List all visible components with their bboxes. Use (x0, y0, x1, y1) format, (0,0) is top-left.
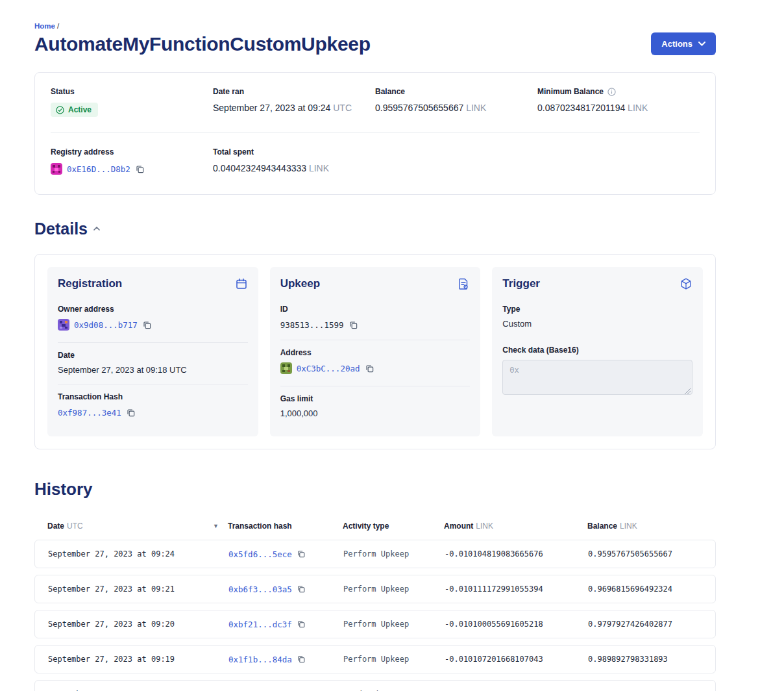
registration-card-title: Registration (58, 277, 122, 290)
registration-tx-link[interactable]: 0xf987...3e41 (58, 408, 121, 418)
check-circle-icon (56, 106, 64, 114)
trigger-type-label: Type (502, 305, 692, 314)
upkeep-address-label: Address (280, 348, 471, 357)
actions-button[interactable]: Actions (651, 32, 716, 55)
column-header-amount: AmountLINK (444, 521, 587, 531)
upkeep-card: Upkeep ID 938513...1599 Address (270, 267, 481, 436)
tx-hash-link[interactable]: 0x1f1b...84da (228, 655, 292, 664)
registration-date-value: September 27, 2023 at 09:18 UTC (58, 365, 248, 375)
upkeep-address-link[interactable]: 0xC3bC...20ad (297, 364, 360, 373)
date-ran-field: Date ran September 27, 2023 at 09:24 UTC (213, 87, 375, 117)
min-balance-field: Minimum Balance 0.0870234817201194 LINK (537, 87, 700, 117)
owner-address-link[interactable]: 0x9d08...b717 (74, 320, 138, 330)
check-data-section: Check data (Base16) (502, 338, 692, 407)
cell-activity-type: Perform Upkeep (343, 620, 445, 629)
balance-value: 0.9595767505655667 LINK (375, 103, 537, 113)
sort-descending-icon[interactable]: ▼ (213, 523, 219, 529)
check-data-label: Check data (Base16) (502, 346, 692, 355)
status-badge-label: Active (68, 105, 92, 114)
copy-tx-hash-icon[interactable] (297, 549, 306, 559)
details-panel: Registration Owner address 0x9d08...b717 (34, 254, 716, 449)
registry-identicon (51, 163, 62, 175)
tx-hash-link[interactable]: 0xbf21...dc3f (228, 620, 292, 629)
owner-identicon (58, 319, 69, 331)
history-heading: History (34, 479, 716, 499)
breadcrumb-home-link[interactable]: Home (34, 22, 55, 30)
cell-balance: 0.9595767505655667 (588, 549, 702, 559)
history-table-header: DateUTC ▼ Transaction hash Activity type… (34, 521, 716, 531)
table-row: September 27, 2023 at 09:19 0x1f1b...84d… (34, 645, 716, 673)
total-spent-value: 0.04042324943443333 LINK (213, 163, 375, 173)
upkeep-address-section: Address 0xC3bC...20ad (280, 340, 471, 386)
copy-upkeep-id-icon[interactable] (349, 320, 358, 330)
cell-amount: -0.010107201668107043 (445, 655, 588, 664)
total-spent-label: Total spent (213, 147, 375, 157)
registration-date-label: Date (58, 351, 248, 360)
summary-card: Status Active Date ran September 27, 202… (34, 72, 716, 195)
upkeep-card-title: Upkeep (280, 277, 320, 290)
status-field: Status Active (51, 87, 213, 117)
cell-balance: 0.9797927426402877 (588, 620, 702, 629)
copy-tx-hash-icon[interactable] (297, 584, 306, 594)
upkeep-detail-page: Home/ AutomateMyFunctionCustomUpkeep Act… (34, 0, 716, 691)
table-row: September 27, 2023 at 09:21 0xb6f3...03a… (34, 575, 716, 603)
gas-limit-section: Gas limit 1,000,000 (280, 386, 471, 427)
trigger-card-title: Trigger (502, 277, 540, 290)
registry-address-link[interactable]: 0xE16D...D8b2 (67, 164, 130, 174)
transaction-hash-section: Transaction Hash 0xf987...3e41 (58, 384, 248, 427)
cell-date: September 27, 2023 at 09:21 (48, 584, 228, 594)
upkeep-address-identicon (280, 362, 292, 374)
upkeep-id-section: ID 938513...1599 (280, 297, 471, 340)
trigger-type-value: Custom (502, 319, 692, 329)
copy-tx-hash-icon[interactable] (297, 655, 306, 664)
trigger-card: Trigger Type Custom Check data (Base16) (492, 267, 703, 436)
status-badge: Active (51, 103, 98, 117)
collapse-caret-icon[interactable] (93, 227, 100, 231)
cell-activity-type: Perform Upkeep (343, 584, 445, 594)
gas-limit-label: Gas limit (280, 394, 471, 403)
transaction-hash-label: Transaction Hash (58, 392, 248, 401)
owner-address-label: Owner address (58, 305, 248, 314)
column-header-activity-type: Activity type (343, 521, 444, 531)
details-heading: Details (34, 220, 88, 238)
registration-card: Registration Owner address 0x9d08...b717 (47, 267, 258, 436)
cell-date: September 27, 2023 at 09:20 (48, 620, 228, 629)
gas-limit-value: 1,000,000 (280, 408, 471, 418)
date-ran-value: September 27, 2023 at 09:24 UTC (213, 103, 375, 113)
info-icon[interactable] (607, 88, 616, 96)
balance-label: Balance (375, 87, 537, 96)
cell-date: September 27, 2023 at 09:24 (48, 549, 228, 559)
copy-upkeep-address-icon[interactable] (365, 364, 374, 373)
tx-hash-link[interactable]: 0x5fd6...5ece (228, 549, 292, 559)
column-header-transaction-hash: Transaction hash (228, 521, 343, 531)
cell-amount: -0.010104819083665676 (445, 549, 588, 559)
min-balance-value: 0.0870234817201194 LINK (537, 103, 700, 113)
tx-hash-link[interactable]: 0xb6f3...03a5 (228, 584, 292, 594)
copy-registry-address-icon[interactable] (135, 164, 145, 174)
cube-icon (680, 277, 692, 290)
copy-registration-tx-icon[interactable] (126, 408, 136, 418)
page-title: AutomateMyFunctionCustomUpkeep (34, 33, 371, 55)
registration-date-section: Date September 27, 2023 at 09:18 UTC (58, 343, 248, 384)
min-balance-label: Minimum Balance (537, 87, 700, 96)
chevron-down-icon (698, 42, 705, 46)
cell-amount: -0.010111172991055394 (445, 584, 588, 594)
owner-address-section: Owner address 0x9d08...b717 (58, 297, 248, 343)
cell-activity-type: Perform Upkeep (343, 549, 445, 559)
date-ran-label: Date ran (213, 87, 375, 96)
cell-date: September 27, 2023 at 09:19 (48, 655, 228, 664)
cell-amount: -0.010100055691605218 (445, 620, 588, 629)
total-spent-field: Total spent 0.04042324943443333 LINK (213, 147, 375, 177)
table-row: September 27, 2023 at 09:24 0x5fd6...5ec… (34, 540, 716, 568)
breadcrumb: Home/ (34, 22, 716, 30)
copy-tx-hash-icon[interactable] (297, 620, 306, 629)
check-data-input[interactable] (502, 360, 692, 395)
actions-button-label: Actions (661, 39, 692, 49)
upkeep-id-value: 938513...1599 (280, 320, 344, 330)
trigger-type-section: Type Custom (502, 297, 692, 338)
column-header-date[interactable]: DateUTC ▼ (47, 521, 228, 531)
breadcrumb-separator: / (57, 22, 59, 30)
table-row: September 27, 2023 at 09:18 0xf987...3e4… (34, 680, 716, 691)
copy-owner-address-icon[interactable] (142, 320, 152, 330)
cell-balance: 0.989892798331893 (588, 655, 702, 664)
